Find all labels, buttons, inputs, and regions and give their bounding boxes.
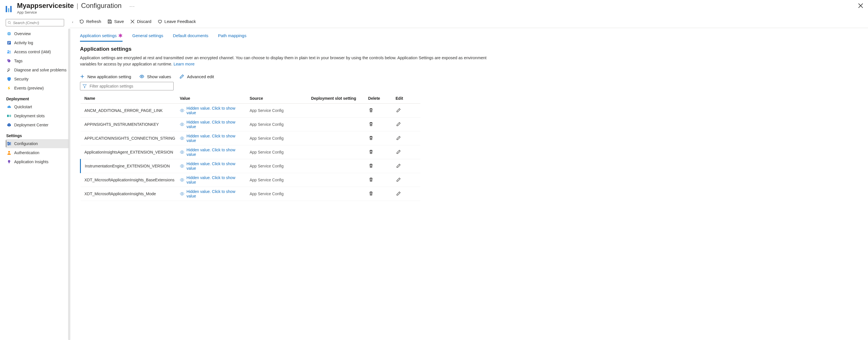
sidebar-item-application-insights[interactable]: Application Insights: [6, 157, 69, 166]
delete-setting-button[interactable]: [368, 163, 374, 169]
table-row[interactable]: APPINSIGHTS_INSTRUMENTATIONKEYHidden val…: [81, 117, 421, 131]
svg-point-16: [182, 124, 183, 125]
table-row[interactable]: InstrumentationEngine_EXTENSION_VERSIONH…: [81, 159, 421, 173]
edit-setting-button[interactable]: [396, 135, 401, 141]
tag-icon: [7, 59, 11, 63]
sidebar-item-deployment-center[interactable]: Deployment Center: [6, 121, 69, 130]
tab-default-documents[interactable]: Default documents: [173, 33, 208, 42]
show-value-button[interactable]: Hidden value. Click to show value: [180, 189, 245, 198]
app-settings-section: Application settings Application setting…: [70, 42, 507, 201]
tab-path-mappings[interactable]: Path mappings: [218, 33, 247, 42]
more-actions-button[interactable]: ···: [130, 4, 135, 9]
tab-application-settings[interactable]: Application settings✱: [80, 33, 123, 42]
sidebar-item-access-control-iam[interactable]: Access control (IAM): [6, 47, 69, 56]
table-row[interactable]: XDT_MicrosoftApplicationInsights_BaseExt…: [81, 173, 421, 187]
show-value-button[interactable]: Hidden value. Click to show value: [180, 148, 245, 157]
eye-icon: [180, 178, 184, 182]
show-value-button[interactable]: Hidden value. Click to show value: [180, 162, 245, 171]
eye-icon: [180, 122, 184, 127]
refresh-button[interactable]: Refresh: [80, 19, 101, 24]
delete-setting-button[interactable]: [368, 191, 374, 196]
delete-setting-button[interactable]: [368, 149, 374, 155]
edit-setting-button[interactable]: [396, 107, 401, 113]
nav-scrollbar[interactable]: [68, 29, 70, 340]
sidebar-item-overview[interactable]: Overview: [6, 29, 69, 38]
nav-section-settings: Settings: [6, 133, 69, 138]
table-row[interactable]: APPLICATIONINSIGHTS_CONNECTION_STRINGHid…: [81, 131, 421, 145]
discard-button[interactable]: Discard: [130, 19, 152, 24]
hidden-value-text: Hidden value. Click to show value: [187, 120, 245, 129]
sidebar-item-diagnose-and-solve-problems[interactable]: Diagnose and solve problems: [6, 65, 69, 74]
nav-search[interactable]: [6, 19, 64, 26]
edit-setting-button[interactable]: [396, 121, 401, 127]
advanced-edit-button[interactable]: Advanced edit: [180, 74, 214, 79]
page-subheading: Configuration: [81, 2, 122, 10]
filter-settings-input[interactable]: [90, 84, 171, 89]
filter-settings[interactable]: [80, 82, 174, 90]
sidebar-item-tags[interactable]: Tags: [6, 56, 69, 65]
table-row[interactable]: ANCM_ADDITIONAL_ERROR_PAGE_LINKHidden va…: [81, 103, 421, 117]
discard-label: Discard: [137, 19, 152, 24]
col-slot[interactable]: Deployment slot setting: [309, 93, 366, 104]
table-row[interactable]: ApplicationInsightsAgent_EXTENSION_VERSI…: [81, 145, 421, 159]
svg-point-11: [8, 151, 10, 153]
delete-setting-button[interactable]: [368, 135, 374, 141]
shield-icon: [7, 77, 11, 81]
pencil-icon: [180, 74, 184, 79]
page-header: Myappservicesite | Configuration ··· App…: [0, 0, 868, 15]
svg-point-9: [9, 143, 10, 144]
col-name[interactable]: Name: [81, 93, 178, 104]
show-value-button[interactable]: Hidden value. Click to show value: [180, 120, 245, 129]
setting-source: App Service Config: [247, 145, 309, 159]
col-source[interactable]: Source: [247, 93, 309, 104]
delete-setting-button[interactable]: [368, 177, 374, 182]
edit-setting-button[interactable]: [396, 149, 401, 155]
page-title-group: Myappservicesite | Configuration ··· App…: [17, 2, 135, 14]
tab-label: Path mappings: [218, 33, 247, 38]
table-row[interactable]: XDT_MicrosoftApplicationInsights_ModeHid…: [81, 187, 421, 201]
show-value-button[interactable]: Hidden value. Click to show value: [180, 106, 245, 115]
edit-setting-button[interactable]: [396, 163, 401, 169]
delete-setting-button[interactable]: [368, 121, 374, 127]
setting-name: APPLICATIONINSIGHTS_CONNECTION_STRING: [81, 131, 178, 145]
save-button[interactable]: Save: [107, 19, 124, 24]
sidebar-item-events-preview[interactable]: Events (preview): [6, 83, 69, 93]
setting-source: App Service Config: [247, 173, 309, 187]
edit-setting-button[interactable]: [396, 177, 401, 182]
section-description: Application settings are encrypted at re…: [80, 55, 496, 67]
tab-label: Default documents: [173, 33, 208, 38]
feedback-button[interactable]: Leave Feedback: [158, 19, 196, 24]
eye-icon: [180, 108, 184, 113]
sidebar-item-configuration[interactable]: Configuration: [6, 139, 69, 148]
col-delete[interactable]: Delete: [366, 93, 394, 104]
show-values-button[interactable]: Show values: [140, 74, 171, 79]
show-value-button[interactable]: Hidden value. Click to show value: [180, 175, 245, 184]
close-blade-button[interactable]: [858, 3, 864, 8]
setting-source: App Service Config: [247, 103, 309, 117]
learn-more-link[interactable]: Learn more: [174, 62, 194, 66]
nav-search-input[interactable]: [13, 21, 62, 25]
sidebar-item-quickstart[interactable]: Quickstart: [6, 102, 69, 111]
delete-setting-button[interactable]: [368, 107, 374, 113]
col-value[interactable]: Value: [178, 93, 247, 104]
sidebar-item-label: Deployment slots: [14, 114, 44, 118]
col-edit[interactable]: Edit: [394, 93, 421, 104]
tab-general-settings[interactable]: General settings: [132, 33, 163, 42]
sidebar-item-security[interactable]: Security: [6, 74, 69, 83]
edit-setting-button[interactable]: [396, 191, 401, 196]
show-value-button[interactable]: Hidden value. Click to show value: [180, 134, 245, 143]
sidebar-item-authentication[interactable]: Authentication: [6, 148, 69, 157]
nav-section-deployment: Deployment: [6, 97, 69, 101]
svg-point-21: [182, 193, 183, 194]
advanced-edit-label: Advanced edit: [187, 74, 214, 79]
sidebar-item-deployment-slots[interactable]: Deployment slots: [6, 111, 69, 121]
new-setting-button[interactable]: New application setting: [80, 74, 131, 79]
globe-icon: [7, 31, 11, 36]
left-nav: ‹‹ OverviewActivity logAccess control (I…: [0, 15, 70, 340]
sidebar-item-activity-log[interactable]: Activity log: [6, 38, 69, 47]
plus-icon: [80, 74, 85, 79]
tab-strip: Application settings✱General settingsDef…: [70, 28, 868, 42]
svg-point-0: [8, 21, 10, 24]
trash-icon: [369, 164, 373, 168]
eye-icon: [180, 164, 184, 168]
